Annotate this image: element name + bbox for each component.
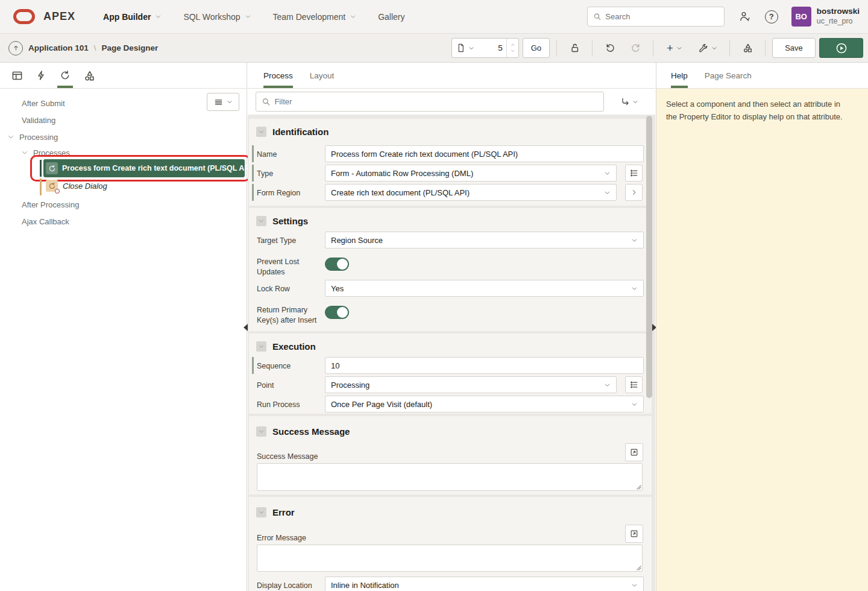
field-type: Type Form - Automatic Row Processing (DM… <box>249 165 644 182</box>
collapse-button[interactable] <box>256 426 266 437</box>
undo-button[interactable] <box>599 38 621 58</box>
search-input[interactable] <box>605 12 718 21</box>
tab-rendering[interactable] <box>5 63 29 88</box>
field-label: Lock Row <box>257 280 322 294</box>
tab-help[interactable]: Help <box>662 63 696 88</box>
field-display-location: Display Location Inline in Notification <box>249 577 644 591</box>
tree-node-selected-process[interactable]: Process form Create rich text document (… <box>43 159 245 177</box>
property-editor-scroll-area: Identification Name Type Form - Automati… <box>248 115 655 591</box>
shared-components-button[interactable] <box>737 38 758 58</box>
run-process-select[interactable]: Once Per Page Visit (default) <box>325 396 644 412</box>
filter-input[interactable] <box>274 97 598 106</box>
section-header: Settings <box>256 214 308 227</box>
type-quick-pick-button[interactable] <box>625 165 643 182</box>
collapse-button[interactable] <box>256 216 266 226</box>
tree-node-after-processing[interactable]: After Processing <box>22 196 79 213</box>
name-input-wrap <box>325 145 644 162</box>
administration-button[interactable] <box>739 11 750 22</box>
resize-grip-icon[interactable] <box>636 484 641 490</box>
error-message-expand-button[interactable] <box>625 525 643 543</box>
tab-page-search[interactable]: Page Search <box>696 63 760 88</box>
create-menu-button[interactable]: + <box>660 38 689 58</box>
up-arrow-button[interactable] <box>8 41 23 55</box>
tree-node-after-submit[interactable]: After Submit <box>22 95 65 112</box>
filter-row <box>248 89 655 115</box>
section-header: Identification <box>256 125 329 138</box>
success-message-expand-button[interactable] <box>625 443 643 461</box>
field-run-process: Run Process Once Per Page Visit (default… <box>249 396 644 412</box>
tree-node-close-dialog[interactable]: Close Dialog <box>46 177 107 194</box>
tab-layout[interactable]: Layout <box>301 63 343 88</box>
tree-node-ajax-callback[interactable]: Ajax Callback <box>22 213 69 230</box>
form-region-select[interactable]: Create rich text document (PL/SQL API) <box>325 184 617 201</box>
chevron-down-icon <box>632 99 638 105</box>
lock-page-button[interactable] <box>564 38 585 58</box>
nav-sql-workshop[interactable]: SQL Workshop <box>175 6 259 28</box>
collapse-button[interactable] <box>256 127 266 137</box>
tab-page-shared-components[interactable] <box>77 63 101 88</box>
shapes-icon <box>743 43 753 53</box>
tab-process[interactable]: Process <box>255 63 301 88</box>
user-avatar[interactable]: BO <box>791 7 811 27</box>
redo-icon <box>631 43 641 53</box>
save-and-run-button[interactable] <box>819 38 863 58</box>
return-primary-key-toggle[interactable] <box>325 306 349 319</box>
help-button[interactable]: ? <box>765 10 778 24</box>
sequence-input[interactable] <box>331 361 638 370</box>
page-number-stepper[interactable] <box>506 39 518 57</box>
lock-row-select[interactable]: Yes <box>325 280 644 297</box>
collapse-button[interactable] <box>256 341 266 352</box>
page-finder-button[interactable] <box>452 39 479 57</box>
field-prevent-lost-updates: Prevent Lost Updates <box>249 256 644 279</box>
display-location-select[interactable]: Inline in Notification <box>325 577 644 591</box>
tree-node-processes[interactable]: Processes <box>21 145 70 160</box>
point-select[interactable]: Processing <box>325 376 617 393</box>
page-number-input[interactable] <box>479 39 506 57</box>
name-input[interactable] <box>331 150 638 159</box>
utilities-menu-button[interactable] <box>693 38 723 58</box>
collapse-left-panel-handle[interactable] <box>244 324 248 331</box>
tree-node-processing[interactable]: Processing <box>7 128 58 145</box>
tree-menu-button[interactable] <box>207 93 239 111</box>
hamburger-icon <box>214 98 223 107</box>
section-settings: Settings Target Type Region Source Preve… <box>249 208 652 331</box>
section-title: Error <box>272 507 295 517</box>
chevron-down-icon <box>604 170 611 177</box>
tab-processing[interactable] <box>53 63 77 88</box>
collapse-button[interactable] <box>256 507 266 517</box>
chevron-down-icon <box>258 128 265 135</box>
chevron-down-icon <box>631 401 638 408</box>
nav-gallery[interactable]: Gallery <box>370 6 413 28</box>
bolt-icon <box>36 70 46 81</box>
nav-team-development[interactable]: Team Development <box>265 6 365 28</box>
plus-icon: + <box>667 43 673 54</box>
go-button[interactable]: Go <box>523 38 550 58</box>
field-label: Run Process <box>257 396 322 410</box>
section-title: Execution <box>272 341 316 352</box>
error-message-textarea[interactable] <box>257 545 642 571</box>
save-button[interactable]: Save <box>772 38 816 58</box>
point-quick-pick-button[interactable] <box>625 376 643 393</box>
divider <box>592 40 593 56</box>
breadcrumb-app[interactable]: Application 101 <box>28 43 89 52</box>
field-return-primary-key: Return Primary Key(s) after Insert <box>249 304 644 327</box>
changed-indicator <box>252 145 254 162</box>
tab-dynamic-actions[interactable] <box>29 63 53 88</box>
global-search[interactable] <box>587 7 725 27</box>
vertical-scrollbar[interactable] <box>646 116 652 398</box>
changed-indicator <box>252 357 254 374</box>
resize-grip-icon[interactable] <box>636 565 641 570</box>
prevent-lost-updates-toggle[interactable] <box>325 258 349 271</box>
return-arrow-icon <box>620 97 630 107</box>
go-to-group-button[interactable] <box>620 97 638 107</box>
target-type-select[interactable]: Region Source <box>325 232 644 248</box>
go-to-region-button[interactable] <box>625 184 643 201</box>
success-message-textarea[interactable] <box>257 464 642 490</box>
type-select[interactable]: Form - Automatic Row Processing (DML) <box>325 165 617 182</box>
nav-app-builder[interactable]: App Builder <box>95 6 170 28</box>
sequence-input-wrap <box>325 357 644 374</box>
filter-box[interactable] <box>256 92 604 112</box>
tree-node-validating[interactable]: Validating <box>22 112 55 128</box>
redo-button[interactable] <box>624 38 646 58</box>
app-header: APEX App Builder SQL Workshop Team Devel… <box>0 0 868 34</box>
